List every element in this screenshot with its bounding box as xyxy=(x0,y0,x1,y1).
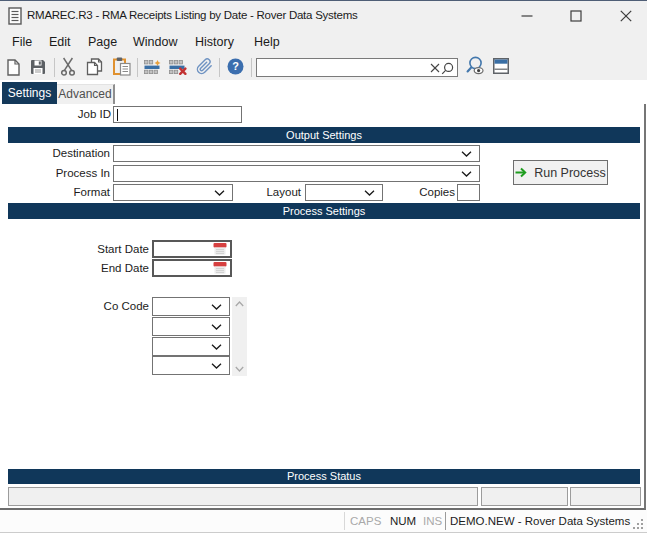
section-output-settings: Output Settings xyxy=(8,127,640,143)
attach-icon[interactable] xyxy=(196,57,213,76)
copies-label: Copies xyxy=(380,184,455,201)
menu-page[interactable]: Page xyxy=(88,30,117,55)
format-label: Format xyxy=(0,184,110,201)
start-date-label: Start Date xyxy=(0,240,149,258)
menu-history[interactable]: History xyxy=(195,30,234,55)
toolbar-separator xyxy=(137,58,138,77)
cut-icon[interactable] xyxy=(60,57,76,76)
toolbar-separator xyxy=(251,58,252,77)
close-icon xyxy=(620,10,632,22)
statusbar-separator xyxy=(445,512,446,530)
menu-file[interactable]: File xyxy=(12,30,32,55)
minimize-icon xyxy=(521,10,533,22)
process-status-field-3 xyxy=(570,487,641,506)
toolbar-separator xyxy=(54,58,55,77)
destination-label: Destination xyxy=(0,145,110,162)
section-process-settings: Process Settings xyxy=(8,203,640,219)
destination-select[interactable] xyxy=(113,145,480,162)
menu-bar: File Edit Page Window History Help xyxy=(0,30,647,55)
co-code-select-2[interactable] xyxy=(152,317,230,336)
document-icon xyxy=(8,7,22,29)
status-bar: CAPS NUM INS DEMO.NEW - Rover Data Syste… xyxy=(0,510,647,532)
help-icon[interactable]: ? xyxy=(227,58,244,75)
browse-layout-icon[interactable] xyxy=(493,58,509,74)
job-id-label: Job ID xyxy=(0,106,111,123)
co-code-scrollbar[interactable] xyxy=(232,297,247,376)
scroll-down-icon[interactable] xyxy=(235,366,244,372)
layout-label: Layout xyxy=(201,184,301,201)
process-in-select[interactable] xyxy=(113,165,480,182)
search-box xyxy=(256,58,458,77)
calendar-icon xyxy=(213,262,227,274)
scroll-up-icon[interactable] xyxy=(235,301,244,307)
copy-icon[interactable] xyxy=(86,58,103,76)
close-button[interactable] xyxy=(603,1,647,30)
minimize-button[interactable] xyxy=(504,1,549,30)
toolbar: ? xyxy=(0,55,647,80)
save-icon[interactable] xyxy=(30,59,46,75)
clear-search-icon[interactable] xyxy=(430,63,440,73)
run-process-button[interactable]: Run Process xyxy=(513,160,608,185)
search-input[interactable] xyxy=(259,59,425,76)
co-code-select-3[interactable] xyxy=(152,337,230,356)
end-date-input[interactable] xyxy=(152,259,232,277)
statusbar-message: DEMO.NEW - Rover Data Systems xyxy=(450,510,630,532)
svg-text:?: ? xyxy=(232,60,239,72)
calendar-icon xyxy=(213,243,227,255)
paste-icon[interactable] xyxy=(113,57,131,76)
search-icon[interactable] xyxy=(441,62,454,75)
toolbar-separator xyxy=(219,58,220,77)
app-window: RMAREC.R3 - RMA Receipts Listing by Date… xyxy=(0,0,647,533)
process-in-label: Process In xyxy=(0,165,110,182)
copies-input[interactable] xyxy=(457,184,480,201)
co-code-label: Co Code xyxy=(0,297,149,316)
layout-select[interactable] xyxy=(305,184,383,201)
co-code-select-4[interactable] xyxy=(152,356,230,375)
run-process-label: Run Process xyxy=(534,166,606,180)
statusbar-separator xyxy=(344,512,345,530)
menu-help[interactable]: Help xyxy=(254,30,280,55)
ins-indicator: INS xyxy=(423,510,442,532)
start-date-input[interactable] xyxy=(152,240,232,258)
end-date-label: End Date xyxy=(0,259,149,277)
add-row-icon[interactable] xyxy=(144,60,161,74)
menu-edit[interactable]: Edit xyxy=(49,30,71,55)
maximize-icon xyxy=(570,10,582,22)
form-panel: Job ID Output Settings Destination Proce… xyxy=(0,104,646,510)
tab-settings[interactable]: Settings xyxy=(2,82,57,104)
delete-row-icon[interactable] xyxy=(169,60,187,75)
window-title: RMAREC.R3 - RMA Receipts Listing by Date… xyxy=(27,1,358,30)
co-code-select-1[interactable] xyxy=(152,297,230,316)
tab-advanced[interactable]: Advanced xyxy=(57,84,115,104)
maximize-button[interactable] xyxy=(553,1,598,30)
menu-window[interactable]: Window xyxy=(133,30,177,55)
caps-indicator: CAPS xyxy=(350,510,381,532)
run-arrow-icon xyxy=(515,167,528,178)
process-status-field-1 xyxy=(8,487,478,506)
new-document-icon[interactable] xyxy=(7,59,20,76)
resize-grip[interactable] xyxy=(631,517,645,531)
preview-icon[interactable] xyxy=(465,56,485,76)
text-caret xyxy=(117,109,118,121)
section-process-status: Process Status xyxy=(8,469,640,484)
titlebar: RMAREC.R3 - RMA Receipts Listing by Date… xyxy=(0,1,647,30)
num-indicator: NUM xyxy=(390,510,416,532)
process-status-field-2 xyxy=(481,487,568,506)
job-id-input[interactable] xyxy=(113,106,242,123)
